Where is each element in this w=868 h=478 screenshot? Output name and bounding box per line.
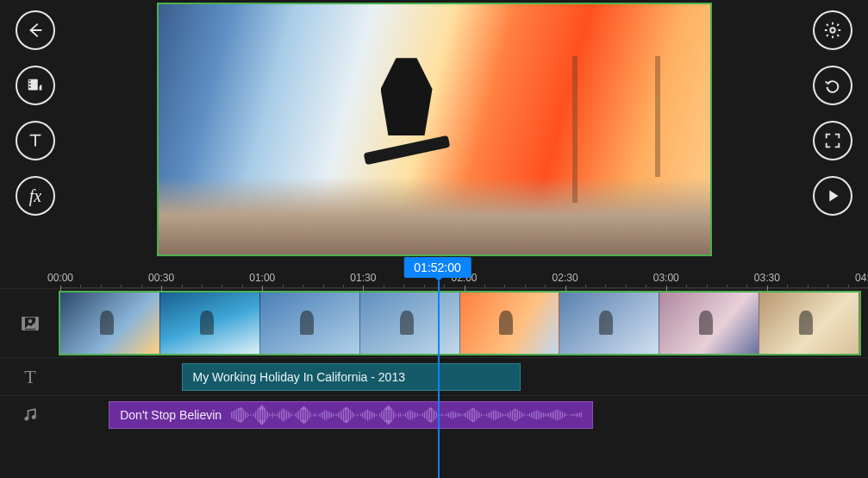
left-toolbar: fx <box>0 0 71 226</box>
fullscreen-icon <box>823 131 842 150</box>
text-tool-button[interactable] <box>16 121 55 160</box>
video-clip[interactable] <box>360 292 460 354</box>
svg-rect-2 <box>29 83 31 85</box>
ruler-tick: 01:30 <box>350 272 376 287</box>
audio-track-row: Don't Stop Believin <box>0 395 868 433</box>
right-toolbar <box>797 0 868 226</box>
ruler-tick: 01:00 <box>249 272 275 287</box>
timecode-badge[interactable]: 01:52:00 <box>403 257 471 278</box>
svg-rect-8 <box>23 318 24 319</box>
text-tool-icon <box>26 131 45 150</box>
svg-point-11 <box>28 319 32 323</box>
audio-clip-label: Don't Stop Believin <box>120 408 222 422</box>
svg-point-4 <box>830 28 835 33</box>
svg-point-13 <box>32 415 35 418</box>
title-text-clip[interactable]: My Working Holiday In California - 2013 <box>182 363 521 391</box>
preview-area: fx <box>0 0 868 259</box>
video-track-row <box>0 288 868 357</box>
svg-rect-3 <box>29 86 31 88</box>
svg-rect-9 <box>23 322 24 323</box>
ruler-track[interactable]: 01:52:00 00:0000:3001:0001:3002:0002:300… <box>60 259 868 288</box>
play-button[interactable] <box>813 176 852 216</box>
video-track-icon <box>0 315 60 332</box>
video-clip[interactable] <box>260 292 360 354</box>
svg-rect-1 <box>29 80 31 82</box>
video-clips-container[interactable] <box>60 292 859 354</box>
effects-icon: fx <box>29 186 41 206</box>
ruler-tick: 03:00 <box>653 272 679 287</box>
preview-viewport[interactable] <box>71 0 797 259</box>
ruler-tick: 03:30 <box>754 272 780 287</box>
svg-point-12 <box>25 417 28 420</box>
video-clip[interactable] <box>460 292 560 354</box>
settings-button[interactable] <box>813 10 852 50</box>
undo-icon <box>823 76 842 95</box>
ruler-tick: 02:30 <box>553 272 578 287</box>
video-clip[interactable] <box>60 292 160 354</box>
undo-button[interactable] <box>813 66 852 105</box>
media-library-icon <box>26 76 45 95</box>
svg-rect-7 <box>35 317 38 330</box>
audio-waveform <box>230 402 582 428</box>
back-icon <box>26 21 45 40</box>
text-clip-label: My Working Holiday In California - 2013 <box>193 370 405 384</box>
playhead[interactable] <box>438 281 440 478</box>
timeline: 01:52:00 00:0000:3001:0001:3002:0002:300… <box>0 259 868 478</box>
ruler-tick: 04:00 <box>855 272 868 287</box>
text-track[interactable]: My Working Holiday In California - 2013 <box>60 358 868 395</box>
settings-icon <box>823 21 842 40</box>
video-editor-app: fx 01: <box>0 0 868 478</box>
back-button[interactable] <box>16 10 55 50</box>
audio-track-icon <box>0 406 60 424</box>
video-clip[interactable] <box>759 292 859 354</box>
video-track[interactable] <box>60 289 868 357</box>
ruler-tick: 00:30 <box>148 272 174 287</box>
video-frame <box>159 4 710 255</box>
media-library-button[interactable] <box>16 66 55 105</box>
audio-track[interactable]: Don't Stop Believin <box>60 396 868 433</box>
video-clip[interactable] <box>659 292 759 354</box>
text-track-icon: T <box>0 366 60 388</box>
fullscreen-button[interactable] <box>813 121 852 160</box>
effects-button[interactable]: fx <box>16 176 55 216</box>
video-clip[interactable] <box>559 292 659 354</box>
text-track-row: T My Working Holiday In California - 201… <box>0 357 868 395</box>
audio-clip[interactable]: Don't Stop Believin <box>109 401 593 429</box>
ruler-tick: 00:00 <box>47 272 73 287</box>
svg-rect-10 <box>23 324 24 325</box>
video-clip[interactable] <box>160 292 260 354</box>
play-icon <box>823 186 842 205</box>
